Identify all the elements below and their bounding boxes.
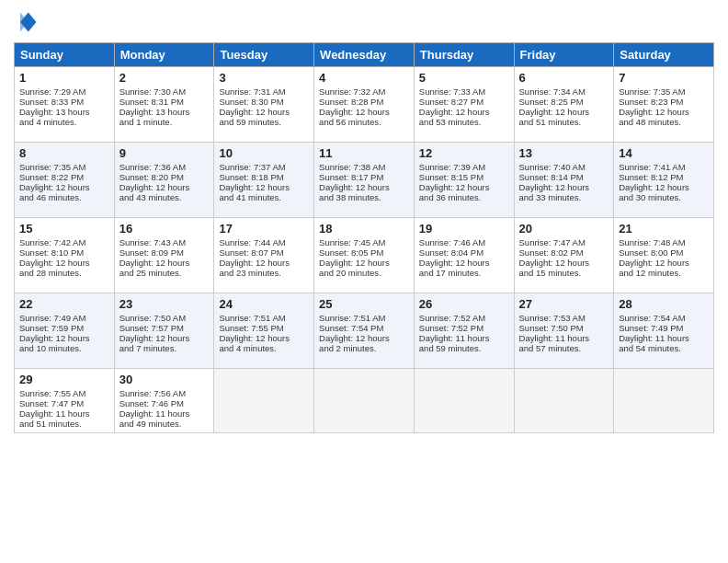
day-info-line: and 20 minutes. (319, 268, 409, 278)
day-info-line: and 15 minutes. (519, 268, 609, 278)
day-info-line: Daylight: 12 hours (519, 258, 609, 268)
day-info-line: Sunset: 7:54 PM (319, 323, 409, 333)
day-info-line: Daylight: 12 hours (219, 107, 309, 117)
day-info-line: and 38 minutes. (319, 192, 409, 202)
calendar-cell (414, 369, 514, 433)
day-info-line: and 17 minutes. (419, 268, 509, 278)
day-info-line: Daylight: 12 hours (619, 182, 709, 192)
calendar-cell: 24Sunrise: 7:51 AMSunset: 7:55 PMDayligh… (214, 293, 314, 369)
day-info-line: Sunrise: 7:41 AM (619, 162, 709, 172)
day-info-line: Sunset: 8:09 PM (119, 247, 210, 258)
calendar-cell: 12Sunrise: 7:39 AMSunset: 8:15 PMDayligh… (414, 143, 514, 218)
day-info-line: and 56 minutes. (319, 117, 409, 127)
day-info-line: and 46 minutes. (19, 192, 109, 202)
day-info-line: Daylight: 12 hours (219, 258, 309, 268)
day-number: 15 (19, 222, 109, 236)
day-number: 7 (619, 71, 709, 85)
day-info-line: Sunrise: 7:32 AM (319, 86, 409, 97)
day-info-line: Sunset: 7:59 PM (19, 323, 109, 333)
day-info-line: Sunset: 8:14 PM (519, 172, 609, 182)
day-info-line: Sunrise: 7:34 AM (519, 86, 609, 97)
calendar-cell (214, 369, 314, 433)
calendar-cell: 8Sunrise: 7:35 AMSunset: 8:22 PMDaylight… (15, 143, 115, 218)
calendar-cell: 28Sunrise: 7:54 AMSunset: 7:49 PMDayligh… (614, 293, 714, 369)
day-info-line: Sunrise: 7:35 AM (19, 162, 109, 172)
day-info-line: Sunrise: 7:39 AM (419, 162, 509, 172)
day-info-line: Sunset: 8:05 PM (319, 247, 409, 258)
calendar-week-row: 8Sunrise: 7:35 AMSunset: 8:22 PMDaylight… (15, 143, 714, 218)
day-number: 9 (119, 146, 210, 160)
calendar-cell: 17Sunrise: 7:44 AMSunset: 8:07 PMDayligh… (214, 218, 314, 293)
day-info-line: Sunrise: 7:33 AM (419, 86, 509, 97)
day-info-line: Daylight: 12 hours (419, 107, 509, 117)
day-info-line: Daylight: 12 hours (619, 258, 709, 268)
day-info-line: Sunset: 8:33 PM (19, 97, 109, 107)
calendar-day-header: Sunday (15, 43, 115, 67)
calendar-cell: 27Sunrise: 7:53 AMSunset: 7:50 PMDayligh… (514, 293, 614, 369)
logo (14, 9, 43, 35)
day-info-line: Sunrise: 7:30 AM (119, 86, 210, 97)
day-number: 23 (119, 297, 210, 311)
day-number: 30 (119, 373, 210, 386)
day-number: 11 (319, 146, 409, 160)
day-info-line: Daylight: 13 hours (119, 107, 210, 117)
calendar-cell: 5Sunrise: 7:33 AMSunset: 8:27 PMDaylight… (414, 67, 514, 143)
day-number: 18 (319, 222, 409, 236)
calendar-day-header: Thursday (414, 43, 514, 67)
day-info-line: and 48 minutes. (619, 117, 709, 127)
day-info-line: Sunset: 8:00 PM (619, 247, 709, 258)
day-info-line: Sunrise: 7:43 AM (119, 237, 210, 247)
calendar-cell: 20Sunrise: 7:47 AMSunset: 8:02 PMDayligh… (514, 218, 614, 293)
day-info-line: and 41 minutes. (219, 192, 309, 202)
day-number: 16 (119, 222, 210, 236)
day-info-line: Sunset: 7:46 PM (119, 398, 210, 408)
day-info-line: Daylight: 12 hours (319, 258, 409, 268)
calendar-cell: 15Sunrise: 7:42 AMSunset: 8:10 PMDayligh… (15, 218, 115, 293)
day-info-line: Sunset: 8:30 PM (219, 97, 309, 107)
calendar-cell: 14Sunrise: 7:41 AMSunset: 8:12 PMDayligh… (614, 143, 714, 218)
day-info-line: Sunset: 8:31 PM (119, 97, 210, 107)
day-info-line: Sunrise: 7:44 AM (219, 237, 309, 247)
calendar-week-row: 15Sunrise: 7:42 AMSunset: 8:10 PMDayligh… (15, 218, 714, 293)
day-info-line: Sunrise: 7:37 AM (219, 162, 309, 172)
day-number: 4 (319, 71, 409, 85)
day-info-line: Sunset: 8:18 PM (219, 172, 309, 182)
calendar-cell: 16Sunrise: 7:43 AMSunset: 8:09 PMDayligh… (114, 218, 214, 293)
day-number: 2 (119, 71, 210, 85)
day-info-line: Daylight: 12 hours (319, 182, 409, 192)
day-info-line: Sunset: 8:20 PM (119, 172, 210, 182)
day-info-line: Sunrise: 7:42 AM (19, 237, 109, 247)
day-info-line: Sunset: 7:57 PM (119, 323, 210, 333)
calendar-cell: 23Sunrise: 7:50 AMSunset: 7:57 PMDayligh… (114, 293, 214, 369)
calendar-cell: 18Sunrise: 7:45 AMSunset: 8:05 PMDayligh… (314, 218, 415, 293)
day-info-line: Sunset: 7:50 PM (519, 323, 609, 333)
day-info-line: and 36 minutes. (419, 192, 509, 202)
calendar-cell: 26Sunrise: 7:52 AMSunset: 7:52 PMDayligh… (414, 293, 514, 369)
day-number: 12 (419, 146, 509, 160)
day-info-line: and 57 minutes. (519, 343, 609, 353)
day-info-line: and 12 minutes. (619, 268, 709, 278)
day-info-line: and 7 minutes. (119, 343, 210, 353)
day-info-line: Sunset: 8:28 PM (319, 97, 409, 107)
calendar-cell: 9Sunrise: 7:36 AMSunset: 8:20 PMDaylight… (114, 143, 214, 218)
day-info-line: Daylight: 12 hours (219, 333, 309, 343)
day-info-line: Sunrise: 7:46 AM (419, 237, 509, 247)
day-info-line: Sunset: 8:23 PM (619, 97, 709, 107)
day-info-line: and 25 minutes. (119, 268, 210, 278)
day-info-line: and 51 minutes. (519, 117, 609, 127)
day-info-line: and 59 minutes. (419, 343, 509, 353)
calendar-header-row: SundayMondayTuesdayWednesdayThursdayFrid… (15, 43, 714, 67)
day-info-line: Daylight: 11 hours (119, 408, 210, 419)
day-info-line: Daylight: 12 hours (419, 182, 509, 192)
day-info-line: Daylight: 12 hours (519, 182, 609, 192)
calendar-cell (614, 369, 714, 433)
day-info-line: Sunset: 8:15 PM (419, 172, 509, 182)
day-info-line: Sunset: 8:07 PM (219, 247, 309, 258)
calendar-week-row: 22Sunrise: 7:49 AMSunset: 7:59 PMDayligh… (15, 293, 714, 369)
day-info-line: Sunrise: 7:51 AM (319, 313, 409, 323)
calendar: SundayMondayTuesdayWednesdayThursdayFrid… (14, 42, 714, 433)
calendar-cell: 10Sunrise: 7:37 AMSunset: 8:18 PMDayligh… (214, 143, 314, 218)
day-info-line: Sunrise: 7:48 AM (619, 237, 709, 247)
day-info-line: Sunrise: 7:51 AM (219, 313, 309, 323)
day-info-line: Sunrise: 7:31 AM (219, 86, 309, 97)
